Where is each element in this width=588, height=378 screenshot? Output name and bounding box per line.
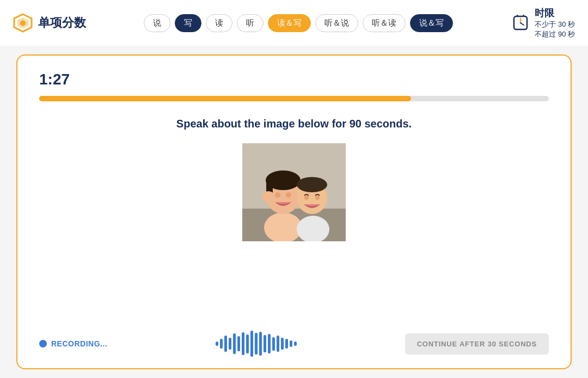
waveform-bar [237,336,240,351]
waveform-bar [264,335,266,352]
progress-bar-fill [39,96,411,101]
waveform-bar [246,334,249,353]
progress-bar-container [39,96,549,101]
logo-icon [13,13,33,33]
svg-point-19 [262,191,275,202]
tab-say[interactable]: 说 [144,14,170,32]
continue-button[interactable]: CONTINUE AFTER 30 SECONDS [405,333,549,355]
children-image [242,143,346,241]
tab-write[interactable]: 写 [175,14,201,32]
app-header: 单项分数 说 写 读 听 读＆写 听＆说 听＆读 说＆写 时限 不少于 30 秒… [0,0,588,46]
waveform-bar [242,332,244,355]
header-right: 时限 不少于 30 秒 不超过 90 秒 [511,7,575,39]
svg-point-17 [286,192,291,198]
waveform-bar [229,338,231,350]
waveform-bar [255,333,258,355]
svg-point-23 [304,196,309,200]
nav-tabs: 说 写 读 听 读＆写 听＆说 听＆读 说＆写 [144,14,453,32]
svg-line-6 [517,15,518,16]
waveform-bar [268,334,271,353]
waveform-bar [216,342,218,346]
waveform-bar [277,336,279,352]
main-content: 1:27 Speak about the image below for 90 … [0,46,588,378]
svg-line-5 [520,23,524,25]
tab-say-write[interactable]: 说＆写 [410,14,453,32]
timer-icon [511,13,530,33]
waveform-bar [259,332,262,356]
waveform-bar [233,333,236,354]
tab-listen[interactable]: 听 [237,14,264,32]
time-limit-title: 时限 [535,7,575,20]
waveform-bar [220,339,223,349]
svg-point-22 [297,177,327,192]
time-limit-info: 时限 不少于 30 秒 不超过 90 秒 [535,7,575,39]
time-limit-min: 不少于 30 秒 [535,20,575,29]
waveform-bar [272,337,275,351]
waveform-bar [294,342,297,346]
tab-listen-say[interactable]: 听＆说 [315,14,358,32]
timer-display: 1:27 [39,71,549,88]
tab-read[interactable]: 读 [206,14,232,32]
app-title: 单项分数 [38,15,86,31]
tab-read-write[interactable]: 读＆写 [268,14,311,32]
waveform-bar [250,331,253,357]
instruction-text: Speak about the image below for 90 secon… [39,118,549,130]
waveform-bar [224,336,227,352]
svg-point-24 [315,196,320,200]
header-left: 单项分数 [13,13,86,33]
waveform-bar [285,339,288,349]
time-limit-max: 不超过 90 秒 [535,29,575,39]
recording-dot [39,340,47,347]
question-card: 1:27 Speak about the image below for 90 … [16,54,572,369]
tab-listen-read[interactable]: 听＆读 [363,14,406,32]
image-container [39,143,549,241]
waveform-bar [281,338,284,350]
recording-text: RECORDING... [51,339,107,348]
waveform [216,330,297,357]
svg-line-7 [523,15,524,16]
bottom-bar: RECORDING... CONTINUE AFTER 30 SECONDS [39,325,549,357]
recording-indicator: RECORDING... [39,339,107,348]
waveform-bar [290,340,292,347]
